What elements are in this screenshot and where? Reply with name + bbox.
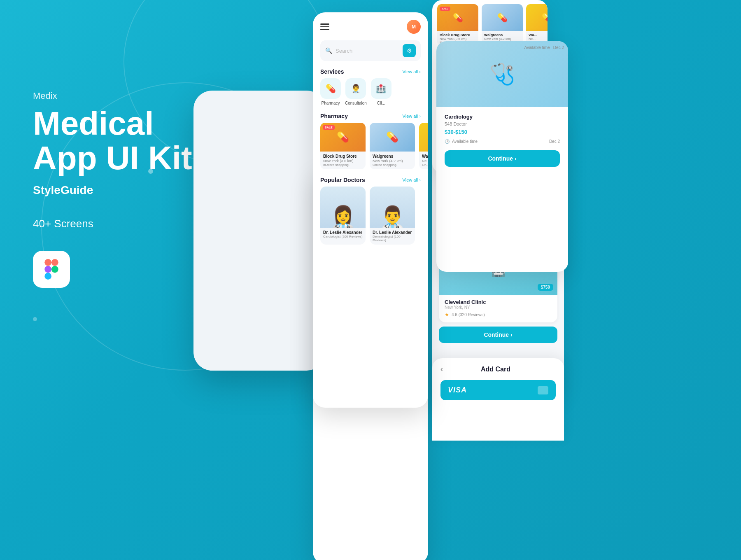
- pharmacy-loc-3: Ne...: [422, 159, 428, 163]
- deco-dot-2: [33, 317, 37, 321]
- cardiology-body: Cardiology 548 Doctor $30-$150 🕐 Availab…: [436, 107, 568, 173]
- pharmacy-row: 💊 SALE Block Drug Store New York (3.6 km…: [313, 123, 428, 174]
- pharmacy-loc-2: New York (4.2 km): [373, 159, 412, 163]
- style-guide: StyleGuide: [33, 184, 192, 197]
- pharmacy-card-2[interactable]: 💊 Walgreens New York (4.2 km) Online sho…: [370, 123, 415, 169]
- add-card-back[interactable]: ‹: [440, 365, 443, 373]
- main-app-screen: M 🔍 Search ⚙ Services View all › 💊 Pharm…: [313, 12, 428, 408]
- consultation-label: Consultaion: [345, 101, 367, 105]
- figma-icon: [41, 259, 62, 280]
- search-icon: 🔍: [325, 47, 332, 54]
- cardiology-price: $30-$150: [445, 129, 560, 135]
- pharmacy-card-3[interactable]: 💊 Wa... Ne... On...: [419, 123, 428, 169]
- hospital-continue-button[interactable]: Continue ›: [439, 327, 557, 343]
- visa-chip: [538, 386, 548, 394]
- add-card-title: Add Card: [481, 366, 510, 373]
- search-bar[interactable]: 🔍 Search ⚙: [320, 40, 421, 61]
- doctors-row: 👩‍⚕️ Dr. Leslie Alexander Cardiologist (…: [313, 187, 428, 250]
- hospital-rating-2: ★ 4.6 (320 Reviews): [445, 312, 552, 317]
- clinic-label: Cli...: [377, 101, 385, 105]
- doctor-card-1[interactable]: 👩‍⚕️ Dr. Leslie Alexander Cardiologist (…: [320, 187, 366, 245]
- services-view-all[interactable]: View all ›: [403, 69, 421, 74]
- clock-icon: 🕐: [445, 139, 450, 144]
- cardiology-doctors: 548 Doctor: [445, 121, 560, 126]
- right-panel-cardiology: 🩺 Available time Dec 2 Cardiology 548 Do…: [436, 41, 568, 272]
- pharmacy-loc-1: New York (3.6 km): [323, 159, 363, 163]
- pharmacy-img-2: 💊: [370, 123, 415, 152]
- doctors-section-header: Popular Doctors View all ›: [313, 174, 428, 187]
- price-tag-2: $750: [538, 284, 553, 291]
- pharmacy-type-2: Online shopping.: [373, 163, 412, 167]
- svg-point-4: [51, 266, 58, 273]
- pharmacy-img-3: 💊: [419, 123, 428, 152]
- doctors-title: Popular Doctors: [320, 177, 365, 183]
- figma-icon-wrapper: [33, 251, 70, 288]
- doctor-img-1: 👩‍⚕️: [320, 187, 366, 228]
- svg-rect-3: [51, 259, 58, 266]
- cardiology-continue-button[interactable]: Continue ›: [445, 150, 560, 167]
- pharmacy-card-1[interactable]: 💊 SALE Block Drug Store New York (3.6 km…: [320, 123, 366, 169]
- filter-button[interactable]: ⚙: [403, 44, 416, 57]
- pharmacy-label: Pharmacy: [321, 101, 340, 105]
- hospital-loc-2: New York, NY: [445, 305, 552, 310]
- rp1-card-3[interactable]: 💊 Wa... Ne... On...: [526, 4, 548, 46]
- services-section-header: Services View all ›: [313, 66, 428, 78]
- doctor-name-2: Dr. Leslie Alexander: [373, 230, 412, 235]
- pharmacy-info-3: Wa... Ne... On...: [419, 152, 428, 169]
- doctor-name-1: Dr. Leslie Alexander: [323, 230, 363, 235]
- pharmacy-type-1: In-store shopping.: [323, 163, 363, 167]
- hospital-info-2: Cleveland Clinic New York, NY ★ 4.6 (320…: [439, 295, 557, 322]
- doctor-spec-2: Dermatologist (100 Reviews): [373, 235, 412, 242]
- avatar[interactable]: M: [407, 20, 421, 34]
- doctor-info-1: Dr. Leslie Alexander Cardiologist (200 R…: [320, 228, 366, 241]
- add-card-header: ‹ Add Card: [432, 358, 564, 380]
- screens-count: 40+ Screens: [33, 217, 192, 230]
- pharmacy-name-2: Walgreens: [373, 154, 412, 159]
- pharmacy-name-3: Wa...: [422, 154, 428, 159]
- pharmacy-section-header: Pharmacy View all ›: [313, 110, 428, 123]
- service-item-consultation[interactable]: 👨‍⚕️ Consultaion: [345, 78, 367, 105]
- cardiology-category: Cardiology: [445, 114, 560, 120]
- pharmacy-view-all[interactable]: View all ›: [403, 114, 421, 119]
- cardiology-img: 🩺 Available time Dec 2: [436, 41, 568, 107]
- search-placeholder: Search: [336, 48, 399, 54]
- pharmacy-info-1: Block Drug Store New York (3.6 km) In-st…: [320, 152, 366, 169]
- visa-label: VISA: [448, 386, 467, 394]
- services-row: 💊 Pharmacy 👨‍⚕️ Consultaion 🏥 Cli...: [313, 78, 428, 110]
- right-panel-add-card: ‹ Add Card VISA: [432, 358, 564, 441]
- doctor-info-2: Dr. Leslie Alexander Dermatologist (100 …: [370, 228, 415, 245]
- app-header: M: [313, 12, 428, 38]
- svg-rect-0: [44, 259, 51, 266]
- left-section: Medix MedicalApp UI Kit StyleGuide 40+ S…: [33, 91, 192, 288]
- doctor-img-2: 👨‍⚕️: [370, 187, 415, 228]
- doctor-spec-1: Cardiologist (200 Reviews): [323, 235, 363, 238]
- services-title: Services: [320, 68, 344, 75]
- doctor-card-2[interactable]: 👨‍⚕️ Dr. Leslie Alexander Dermatologist …: [370, 187, 415, 245]
- phone-frame-background: [193, 91, 325, 371]
- service-item-clinic[interactable]: 🏥 Cli...: [371, 78, 391, 105]
- main-title: MedicalApp UI Kit: [33, 106, 192, 175]
- svg-rect-2: [44, 273, 51, 280]
- rp1-card-1[interactable]: 💊 SALE Block Drug Store New York (3.6 km…: [437, 4, 478, 46]
- star-icon-2: ★: [445, 312, 449, 317]
- pharmacy-name-1: Block Drug Store: [323, 154, 363, 159]
- pharmacy-title: Pharmacy: [320, 113, 348, 119]
- hamburger-menu[interactable]: [320, 23, 329, 30]
- rp1-card-2[interactable]: 💊 Walgreens New York (4.2 km) Online sho…: [482, 4, 523, 46]
- clinic-icon-wrap: 🏥: [371, 78, 391, 99]
- sale-badge-1: SALE: [323, 125, 335, 130]
- rating-text-2: 4.6 (320 Reviews): [452, 313, 485, 317]
- pharmacy-type-3: On...: [422, 163, 428, 167]
- hospital-name-2: Cleveland Clinic: [445, 299, 552, 305]
- consultation-icon-wrap: 👨‍⚕️: [345, 78, 366, 99]
- svg-rect-1: [44, 266, 51, 273]
- pharmacy-icon-wrap: 💊: [320, 78, 341, 99]
- brand-name: Medix: [33, 91, 192, 101]
- service-item-pharmacy[interactable]: 💊 Pharmacy: [320, 78, 341, 105]
- visa-card-bar: VISA: [440, 380, 556, 400]
- doctors-view-all[interactable]: View all ›: [403, 177, 421, 182]
- available-time-top: Available time Dec 2: [524, 45, 564, 50]
- pharmacy-info-2: Walgreens New York (4.2 km) Online shopp…: [370, 152, 415, 169]
- available-time: 🕐 Available time Dec 2: [445, 139, 560, 144]
